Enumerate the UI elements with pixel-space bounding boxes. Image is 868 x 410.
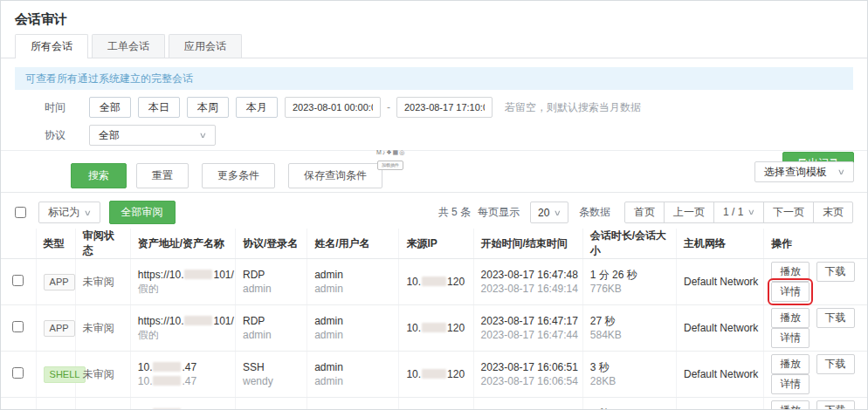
host-network: Default Network [684,321,756,335]
username: admin [314,282,391,296]
pagination-current-value: 1 / 1 [723,207,743,218]
reset-button[interactable]: 重置 [136,163,189,188]
header-asset: 资产地址/资产名称 [130,229,235,259]
page-title: 会话审计 [15,11,853,27]
protocol-value: SSH [243,407,300,410]
mark-as-label: 标记为 [48,205,79,220]
mark-as-select[interactable]: 标记为 ∨ [38,202,100,223]
username: admin [314,328,391,342]
tab-ticket-sessions[interactable]: 工单会话 [92,34,165,58]
download-button[interactable]: 下载 [816,400,855,410]
search-button[interactable]: 搜索 [71,163,127,188]
per-page-label: 每页显示 [478,205,520,220]
sessions-table: 类型 审阅状态 资产地址/资产名称 协议/登录名 姓名/用户名 来源IP 开始时… [1,229,868,410]
session-size: 584KB [590,328,669,342]
pagination-current[interactable]: 1 / 1 ∨ [713,202,764,223]
row-checkbox[interactable] [12,275,24,286]
row-checkbox[interactable] [12,321,24,332]
table-row: APP 未审阅 https://10.101/ 假的 RDP admin adm… [1,305,868,352]
protocol-value: RDP [243,314,300,328]
user-display-name: admin [314,314,391,328]
header-checkbox-col [1,229,36,259]
stray-glyphs: M♪❖▦◎ [376,149,405,156]
time-hint-text: 若留空，则默认搜索当月数据 [505,100,641,115]
source-ip: 10.120 [406,275,465,289]
review-all-button[interactable]: 全部审阅 [109,201,176,224]
search-actions-row: 搜索 重置 更多条件 保存查询条件 [1,150,867,192]
chevron-down-icon: ∨ [837,167,845,176]
host-network: Default Network [684,367,756,381]
host-network: Default Network [684,275,756,289]
asset-address: https://10.101/ [138,314,228,328]
start-time: 2023-08-17 16:47:48 [481,268,575,282]
time-week-button[interactable]: 本周 [187,97,229,118]
session-size: 776KB [590,282,669,296]
detail-button[interactable]: 详情 [771,282,809,302]
protocol-filter-row: 协议 全部 ∨ [15,125,853,146]
session-audit-page: 会话审计 所有会话 工单会话 应用会话 可查看所有通过系统建立的完整会话 时间 … [0,0,868,410]
detail-button[interactable]: 详情 [771,328,809,348]
pagination-prev[interactable]: 上一页 [664,202,714,223]
tab-all-sessions[interactable]: 所有会话 [15,34,88,58]
asset-name: 10..47 [138,374,228,388]
time-month-button[interactable]: 本月 [236,97,278,118]
login-name: wendy [243,374,300,388]
total-count: 共 5 条 [438,205,471,220]
download-button[interactable]: 下载 [816,354,855,374]
time-filter-row: 时间 全部 本日 本周 本月 - 若留空，则默认搜索当月数据 [15,97,853,118]
page-size-select[interactable]: 20 ∨ [530,202,568,223]
user-display-name: admin [314,407,391,410]
download-button[interactable]: 下载 [816,308,855,328]
time-today-button[interactable]: 本日 [138,97,180,118]
notice-banner: 可查看所有通过系统建立的完整会话 [15,67,853,90]
play-button[interactable]: 播放 [771,354,809,374]
asset-address: 10..47 [138,407,228,410]
row-checkbox[interactable] [12,367,24,379]
protocol-select[interactable]: 全部 ∨ [89,125,216,146]
play-button[interactable]: 播放 [771,308,809,328]
protocol-value: RDP [243,268,300,282]
chevron-down-icon: ∨ [84,208,92,217]
protocol-label: 协议 [45,128,75,143]
header-network: 主机网络 [676,229,763,259]
play-button[interactable]: 播放 [771,262,809,282]
time-all-button[interactable]: 全部 [89,97,131,118]
play-button[interactable]: 播放 [771,400,809,410]
tab-app-sessions[interactable]: 应用会话 [169,34,242,58]
redaction-blur [153,376,181,386]
pagination-last[interactable]: 末页 [813,202,853,223]
end-time-input[interactable] [396,97,493,118]
protocol-select-value: 全部 [99,128,120,143]
save-query-button[interactable]: 保存查询条件 [288,163,382,188]
more-conditions-button[interactable]: 更多条件 [202,163,275,188]
time-label: 时间 [45,100,75,115]
header-duration: 会话时长/会话大小 [582,229,676,259]
pagination-next[interactable]: 下一页 [763,202,814,223]
table-row: APP 未审阅 https://10.101/ 假的 RDP admin adm… [1,259,868,305]
query-template-value: 选择查询模板 [764,165,827,180]
start-time-input[interactable] [285,97,381,118]
type-badge: SHELL [44,366,86,383]
review-status: 未审阅 [83,322,114,334]
review-status: 未审阅 [83,368,114,380]
redaction-blur [184,316,212,325]
pagination: 首页 上一页 1 / 1 ∨ 下一页 末页 [624,202,853,223]
filter-area: 可查看所有通过系统建立的完整会话 时间 全部 本日 本周 本月 - 若留空，则默… [1,58,867,150]
pagination-bar: 共 5 条 每页显示 20 ∨ 条数据 首页 上一页 1 / 1 ∨ 下一页 末… [435,202,853,223]
stray-mini-button[interactable]: 加载插件 [377,161,403,170]
login-name: admin [243,328,300,342]
table-toolbar: 标记为 ∨ 全部审阅 共 5 条 每页显示 20 ∨ 条数据 首页 上一页 1 … [1,192,867,229]
session-duration: 27 秒 [590,314,669,328]
download-button[interactable]: 下载 [816,262,855,282]
pagination-first[interactable]: 首页 [624,202,665,223]
redaction-blur [184,270,212,279]
username: admin [314,374,391,388]
asset-name: 假的 [138,282,228,296]
per-page-suffix: 条数据 [579,205,610,220]
select-all-checkbox[interactable] [15,207,26,218]
query-template-select[interactable]: 选择查询模板 ∨ [754,161,854,182]
detail-button[interactable]: 详情 [771,374,809,394]
title-bar: 会话审计 [1,1,867,35]
start-time: 2023-08-17 16:06:51 [481,360,575,374]
chevron-down-icon: ∨ [747,207,755,218]
